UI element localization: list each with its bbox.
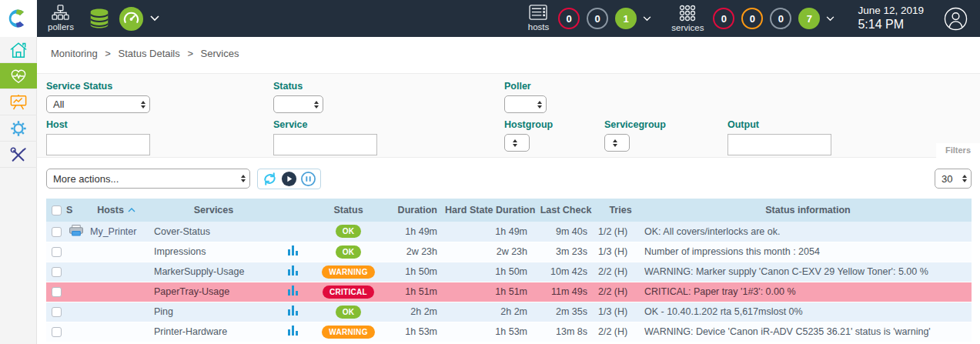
graph-cell xyxy=(281,262,304,282)
breadcrumb-monitoring[interactable]: Monitoring xyxy=(51,48,98,59)
row-checkbox[interactable] xyxy=(52,327,62,337)
column-header-hosts[interactable]: Hosts xyxy=(86,199,146,222)
last-check-value: 13m 8s xyxy=(535,322,597,342)
more-actions-select[interactable]: More actions... xyxy=(46,169,250,189)
hosts-up-counter[interactable]: 1 xyxy=(615,8,637,29)
breadcrumb-services[interactable]: Services xyxy=(201,48,239,59)
gauge-status-icon[interactable] xyxy=(119,6,144,32)
row-checkbox[interactable] xyxy=(52,287,62,297)
output-input[interactable] xyxy=(727,134,831,155)
refresh-icon xyxy=(262,171,278,187)
duration-value: 2h 2m xyxy=(393,302,445,322)
column-header-last-check[interactable]: Last Check xyxy=(535,199,597,222)
duration-value: 1h 51m xyxy=(393,282,445,302)
column-header-status-information[interactable]: Status information xyxy=(644,199,972,222)
service-row: MarkerSupply-Usage WARNING 1h 50m 1h 50m… xyxy=(46,262,972,282)
service-table-body: My_Printer Cover-Status OK 1h 49m 1h 49m… xyxy=(46,222,972,342)
hosts-icon xyxy=(529,5,548,21)
sidebar-item-monitoring[interactable] xyxy=(0,63,37,89)
sidebar-item-configuration[interactable] xyxy=(0,115,37,142)
centreon-logo[interactable] xyxy=(0,0,37,37)
hostgroup-select[interactable] xyxy=(504,134,530,152)
status-badge: OK xyxy=(336,245,362,259)
host-name[interactable] xyxy=(86,262,146,282)
pollers-menu[interactable]: pollers xyxy=(48,5,74,32)
host-name[interactable] xyxy=(86,322,146,342)
graph-icon[interactable] xyxy=(288,306,298,316)
breadcrumb-status-details[interactable]: Status Details xyxy=(119,48,180,59)
page-size-select[interactable]: 30 xyxy=(935,169,972,189)
services-warning-counter[interactable]: 0 xyxy=(741,8,763,29)
last-check-value: 2m 35s xyxy=(535,302,597,322)
state-icon-cell xyxy=(66,302,86,322)
host-input[interactable] xyxy=(46,134,150,155)
centreon-c-icon xyxy=(8,8,29,29)
chevron-down-icon[interactable] xyxy=(643,16,651,22)
row-checkbox[interactable] xyxy=(52,307,62,317)
play-button[interactable] xyxy=(281,171,297,187)
pause-button[interactable] xyxy=(300,171,316,187)
chevron-down-icon[interactable] xyxy=(826,16,835,22)
service-name[interactable]: Ping xyxy=(146,302,281,322)
breadcrumb: Monitoring > Status Details > Services xyxy=(51,48,243,59)
current-time: 5:14 PM xyxy=(858,17,924,32)
select-spinner-icon xyxy=(141,99,145,111)
hosts-menu[interactable]: hosts xyxy=(528,5,550,32)
graph-icon[interactable] xyxy=(288,266,298,276)
centreon-app: pollers hosts xyxy=(0,0,980,344)
row-checkbox[interactable] xyxy=(52,227,62,237)
host-name[interactable] xyxy=(86,282,146,302)
clock: June 12, 2019 5:14 PM xyxy=(858,5,924,33)
status-badge: OK xyxy=(336,306,362,319)
service-name[interactable]: PaperTray-Usage xyxy=(146,282,281,302)
sidebar-item-home[interactable] xyxy=(0,37,37,63)
graph-icon[interactable] xyxy=(288,286,298,296)
service-input[interactable] xyxy=(273,134,377,155)
last-check-value: 9m 40s xyxy=(535,222,597,242)
services-unknown-counter[interactable]: 0 xyxy=(770,8,791,29)
column-header-duration[interactable]: Duration xyxy=(393,199,445,222)
column-header-s[interactable]: S xyxy=(66,199,86,222)
service-name[interactable]: Cover-Status xyxy=(146,222,281,242)
poller-select[interactable] xyxy=(504,95,547,113)
servicegroup-filter-label: Servicegroup xyxy=(604,119,727,130)
state-icon-cell xyxy=(66,262,86,282)
host-name[interactable]: My_Printer xyxy=(86,222,146,242)
host-name[interactable] xyxy=(86,242,146,262)
status-select[interactable] xyxy=(273,95,323,113)
chevron-down-icon[interactable] xyxy=(150,15,159,22)
column-header-services[interactable]: Services xyxy=(146,199,281,222)
column-header-tries[interactable]: Tries xyxy=(597,199,644,222)
service-name[interactable]: Impressions xyxy=(146,242,281,262)
user-profile-icon[interactable] xyxy=(944,7,968,31)
service-name[interactable]: MarkerSupply-Usage xyxy=(146,262,281,282)
status-badge: WARNING xyxy=(322,266,374,279)
sidebar-item-reporting[interactable] xyxy=(0,89,37,115)
services-critical-counter[interactable]: 0 xyxy=(713,8,734,29)
column-header-status[interactable]: Status xyxy=(304,199,393,222)
refresh-button[interactable] xyxy=(262,171,278,187)
service-name[interactable]: Printer-Hardware xyxy=(146,322,281,342)
duration-value: 2w 23h xyxy=(393,242,445,262)
database-status-icon[interactable] xyxy=(88,6,111,31)
graph-icon[interactable] xyxy=(288,245,298,255)
hosts-down-counter[interactable]: 0 xyxy=(558,8,580,29)
column-header-hard-state-duration[interactable]: Hard State Duration xyxy=(445,199,535,222)
play-icon xyxy=(281,171,297,187)
row-checkbox[interactable] xyxy=(52,267,62,277)
services-table: S Hosts Services Status Duration Hard St… xyxy=(46,199,972,342)
filters-tab[interactable]: Filters xyxy=(936,143,980,158)
graph-icon[interactable] xyxy=(288,326,298,336)
row-checkbox[interactable] xyxy=(52,247,62,257)
select-all-checkbox[interactable] xyxy=(52,205,62,215)
heartbeat-icon xyxy=(9,68,28,85)
status-information-value: CRITICAL: Paper tray '1#3': 0.00 % xyxy=(644,282,972,302)
services-menu[interactable]: services xyxy=(671,5,704,33)
host-name[interactable] xyxy=(86,302,146,322)
servicegroup-select[interactable] xyxy=(604,134,630,152)
sidebar-item-administration[interactable] xyxy=(0,142,37,168)
hosts-unreachable-counter[interactable]: 0 xyxy=(587,8,608,29)
select-spinner-icon xyxy=(537,99,542,111)
services-ok-counter[interactable]: 7 xyxy=(798,8,820,29)
service-status-select[interactable]: All xyxy=(46,95,150,113)
